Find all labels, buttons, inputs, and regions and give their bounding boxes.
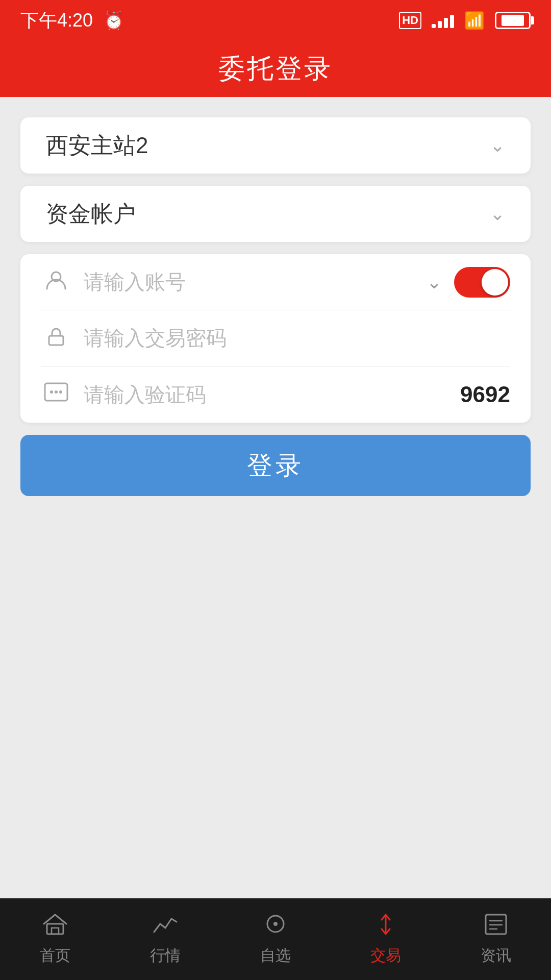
nav-label-watchlist: 自选	[260, 945, 291, 966]
server-select-value: 西安主站2	[46, 131, 148, 161]
market-icon	[152, 913, 179, 940]
status-right: HD 📶 76	[399, 11, 531, 30]
trade-icon	[372, 913, 399, 940]
battery-text: 76	[508, 12, 524, 29]
account-row: 请输入账号 ⌄	[41, 254, 510, 310]
nav-item-market[interactable]: 行情	[110, 898, 220, 980]
password-row: 请输入交易密码	[41, 310, 510, 366]
user-icon	[41, 268, 71, 296]
account-type-value: 资金帐户	[46, 199, 136, 229]
content-spacer	[20, 508, 531, 888]
home-icon	[42, 913, 68, 940]
toggle-knob	[482, 269, 508, 296]
alarm-icon: ⏰	[103, 10, 124, 31]
signal-bars-icon	[432, 13, 454, 28]
remember-toggle[interactable]	[454, 267, 510, 298]
captcha-placeholder: 请输入验证码	[84, 381, 206, 409]
watchlist-icon	[262, 913, 289, 940]
hd-badge: HD	[399, 12, 421, 30]
main-content: 西安主站2 ⌄ 资金帐户 ⌄ 请输入账号 ⌄	[0, 97, 551, 898]
login-button[interactable]: 登录	[20, 435, 531, 496]
nav-item-news[interactable]: 资讯	[441, 898, 551, 980]
captcha-row: 请输入验证码 9692	[41, 366, 510, 423]
svg-point-5	[59, 390, 62, 394]
lock-icon	[41, 325, 71, 352]
svg-rect-7	[52, 928, 59, 934]
status-bar: 下午4:20 ⏰ HD 📶 76	[0, 0, 551, 41]
nav-item-watchlist[interactable]: 自选	[220, 898, 331, 980]
captcha-icon	[41, 382, 71, 407]
login-form-card: 请输入账号 ⌄ 请输入交易密码	[20, 254, 531, 423]
svg-point-9	[273, 922, 278, 926]
nav-label-trade: 交易	[370, 945, 401, 966]
page-header: 委托登录	[0, 41, 551, 97]
wifi-icon: 📶	[464, 11, 485, 30]
server-chevron-icon: ⌄	[490, 135, 505, 156]
nav-label-market: 行情	[150, 945, 181, 966]
nav-label-home: 首页	[40, 945, 70, 966]
password-placeholder: 请输入交易密码	[84, 324, 227, 352]
status-left: 下午4:20 ⏰	[20, 8, 124, 33]
bottom-navigation: 首页 行情 自选 交易	[0, 898, 551, 980]
password-input-area: 请输入交易密码	[84, 324, 510, 352]
svg-point-3	[50, 390, 53, 394]
nav-item-home[interactable]: 首页	[0, 898, 110, 980]
svg-point-4	[55, 390, 58, 394]
account-placeholder: 请输入账号	[84, 268, 186, 296]
account-input-area: 请输入账号 ⌄	[84, 268, 442, 296]
nav-label-news: 资讯	[481, 945, 511, 966]
account-type-select[interactable]: 资金帐户 ⌄	[20, 186, 531, 242]
news-icon	[483, 913, 509, 940]
svg-rect-1	[49, 336, 63, 345]
login-button-label: 登录	[247, 449, 304, 483]
status-time: 下午4:20	[20, 8, 93, 33]
captcha-input-area: 请输入验证码 9692	[84, 381, 510, 409]
svg-rect-6	[47, 924, 63, 934]
page-title: 委托登录	[218, 51, 333, 87]
nav-item-trade[interactable]: 交易	[331, 898, 441, 980]
account-chevron-icon: ⌄	[427, 272, 442, 293]
server-select[interactable]: 西安主站2 ⌄	[20, 117, 531, 174]
account-type-chevron-icon: ⌄	[490, 203, 505, 225]
captcha-value[interactable]: 9692	[460, 382, 510, 407]
